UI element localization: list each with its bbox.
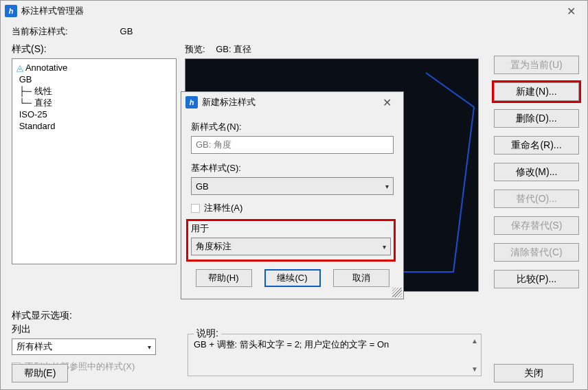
dialog-help-button[interactable]: 帮助(H) [196,269,252,287]
tree-item-standard[interactable]: Standard [19,121,56,131]
list-label: 列出 [12,323,177,336]
main-title: 标注样式管理器 [21,5,84,17]
dialog-titlebar: h 新建标注样式 ✕ [181,92,403,113]
description-text: GB + 调整: 箭头和文字 = 2; 用户定位的文字 = On [194,339,475,351]
app-icon: h [185,96,198,108]
checkbox-icon [191,204,200,213]
cancel-button[interactable]: 取消 [333,269,389,287]
use-for-select[interactable]: 角度标注 ▾ [191,238,391,255]
current-style-label: 当前标注样式: [12,26,68,36]
base-style-label: 基本样式(S): [191,162,394,174]
annotative-checkbox-row[interactable]: 注释性(A) [191,202,394,214]
compare-button[interactable]: 比较(P)... [494,270,579,288]
description-box: 说明: GB + 调整: 箭头和文字 = 2; 用户定位的文字 = On ▲ ▼ [188,334,482,376]
tree-item-iso25[interactable]: ISO-25 [19,109,47,119]
modify-button[interactable]: 修改(M)... [494,163,579,181]
close-button[interactable]: 关闭 [494,364,574,382]
use-for-label: 用于 [191,222,391,235]
rename-button[interactable]: 重命名(R)... [494,136,579,154]
preview-label-row: 预览: GB: 直径 [185,43,486,56]
display-options-label: 样式显示选项: [12,310,177,322]
new-dimstyle-dialog: h 新建标注样式 ✕ 新样式名(N): GB: 角度 基本样式(S): GB ▾… [181,91,404,299]
dialog-title: 新建标注样式 [202,96,256,108]
current-style-value: GB [120,26,133,36]
clear-override-button[interactable]: 清除替代(C) [494,243,579,262]
chevron-down-icon: ▾ [385,183,389,190]
continue-button[interactable]: 继续(C) [264,269,321,287]
styles-filter-select[interactable]: 所有样式 ▾ [12,339,156,355]
new-name-label: 新样式名(N): [191,121,394,133]
main-titlebar: h 标注样式管理器 ✕ [1,1,587,21]
scroll-up-icon[interactable]: ▲ [471,337,478,345]
tree-item-diameter[interactable]: 直径 [34,98,52,108]
description-label: 说明: [194,328,221,340]
styles-tree[interactable]: ◬ Annotative GB ├─ 线性 └─ 直径 ISO-25 Stand… [12,58,177,264]
tree-item-gb[interactable]: GB [19,74,32,84]
use-for-group: 用于 角度标注 ▾ [188,221,394,260]
override-button[interactable]: 替代(O)... [494,190,579,208]
base-style-select[interactable]: GB ▾ [191,177,394,195]
tree-item-linear[interactable]: 线性 [34,86,52,96]
tree-item-annotative[interactable]: Annotative [25,62,67,73]
set-current-button[interactable]: 置为当前(U) [494,56,579,74]
resize-grip-icon[interactable] [392,288,402,297]
chevron-down-icon: ▾ [148,343,151,351]
scroll-down-icon[interactable]: ▼ [471,365,478,373]
new-name-input[interactable]: GB: 角度 [191,136,394,154]
delete-button[interactable]: 删除(D)... [494,109,579,128]
app-icon: h [5,5,17,17]
save-override-button[interactable]: 保存替代(S) [494,216,579,235]
chevron-down-icon: ▾ [383,243,386,251]
close-icon[interactable]: ✕ [374,93,399,112]
styles-label: 样式(S): [12,43,177,56]
close-icon[interactable]: ✕ [558,1,583,21]
help-button[interactable]: 帮助(E) [12,364,68,382]
current-style-row: 当前标注样式: GB [12,25,579,38]
new-button[interactable]: 新建(N)... [494,82,579,101]
